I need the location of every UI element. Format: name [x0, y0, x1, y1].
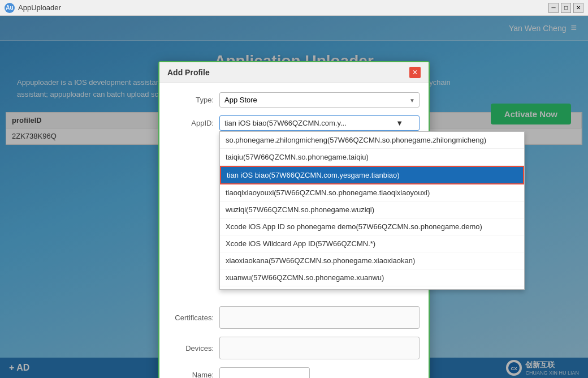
dropdown-item-1[interactable]: taiqiu(57W66QZCMN.so.phonegame.taiqiu) [220, 149, 524, 166]
modal-body: Type: App Store ▼ AppID: [159, 83, 429, 378]
dropdown-item-2[interactable]: tian iOS biao(57W66QZCMN.com.yesgame.tia… [220, 166, 524, 184]
close-button[interactable]: ✕ [573, 3, 583, 13]
app-icon: Au [5, 3, 15, 13]
minimize-button[interactable]: ─ [548, 3, 559, 13]
modal-overlay: Add Profile ✕ Type: App Store ▼ [0, 16, 588, 378]
dropdown-item-3[interactable]: tiaoqixiaoyouxi(57W66QZCMN.so.phonegame.… [220, 184, 524, 201]
dropdown-item-5[interactable]: Xcode iOS App ID so phonegame demo(57W66… [220, 218, 524, 235]
modal-title: Add Profile [167, 68, 210, 77]
name-control [219, 367, 420, 378]
dropdown-item-6[interactable]: Xcode iOS Wildcard App ID(57W66QZCMN.*) [220, 235, 524, 252]
dropdown-item-0[interactable]: so.phonegame.zhilongmicheng(57W66QZCMN.s… [220, 132, 524, 149]
appid-arrow-icon: ▼ [396, 119, 403, 127]
certificates-label: Certificates: [168, 313, 219, 322]
name-label: Name: [168, 371, 219, 378]
certificates-control [219, 306, 420, 329]
type-row: Type: App Store ▼ [168, 92, 420, 108]
devices-list[interactable] [219, 337, 420, 359]
devices-control [219, 337, 420, 359]
type-control: App Store ▼ [219, 92, 420, 108]
add-profile-modal: Add Profile ✕ Type: App Store ▼ [158, 61, 430, 378]
modal-header: Add Profile ✕ [159, 62, 429, 83]
appid-row: AppID: tian iOS biao(57W66QZCMN.com.y...… [168, 115, 420, 131]
devices-row: Devices: [168, 337, 420, 359]
name-row: Name: [168, 367, 420, 378]
appid-dropdown-trigger[interactable]: tian iOS biao(57W66QZCMN.com.y... ▼ [219, 115, 420, 131]
type-label: Type: [168, 96, 219, 104]
name-input[interactable] [219, 367, 310, 378]
appid-selected-text: tian iOS biao(57W66QZCMN.com.y... [224, 119, 347, 127]
window-controls: ─ □ ✕ [548, 3, 583, 13]
dropdown-item-9[interactable]: zhuoqiu(57W66QZCMN.so.phonegame.zhuoqiu) [220, 286, 524, 290]
type-select[interactable]: App Store [219, 92, 420, 108]
certificates-list[interactable] [219, 306, 420, 329]
app-area: Yan Wen Cheng ≡ Application Uploader App… [0, 16, 588, 378]
appid-wrapper: tian iOS biao(57W66QZCMN.com.y... ▼ so.p… [219, 115, 420, 131]
maximize-button[interactable]: □ [561, 3, 571, 13]
title-bar: Au AppUploader ─ □ ✕ [0, 0, 588, 16]
devices-label: Devices: [168, 344, 219, 353]
dropdown-item-7[interactable]: xiaoxiaokana(57W66QZCMN.so.phonegame.xia… [220, 252, 524, 269]
appid-label: AppID: [168, 119, 219, 127]
dropdown-item-4[interactable]: wuziqi(57W66QZCMN.so.phonegame.wuziqi) [220, 201, 524, 218]
certificates-row: Certificates: [168, 306, 420, 329]
appid-dropdown-list: so.phonegame.zhilongmicheng(57W66QZCMN.s… [219, 131, 525, 290]
app-title: AppUploader [18, 3, 61, 12]
modal-close-button[interactable]: ✕ [409, 67, 421, 78]
dropdown-item-8[interactable]: xuanwu(57W66QZCMN.so.phonegame.xuanwu) [220, 269, 524, 286]
